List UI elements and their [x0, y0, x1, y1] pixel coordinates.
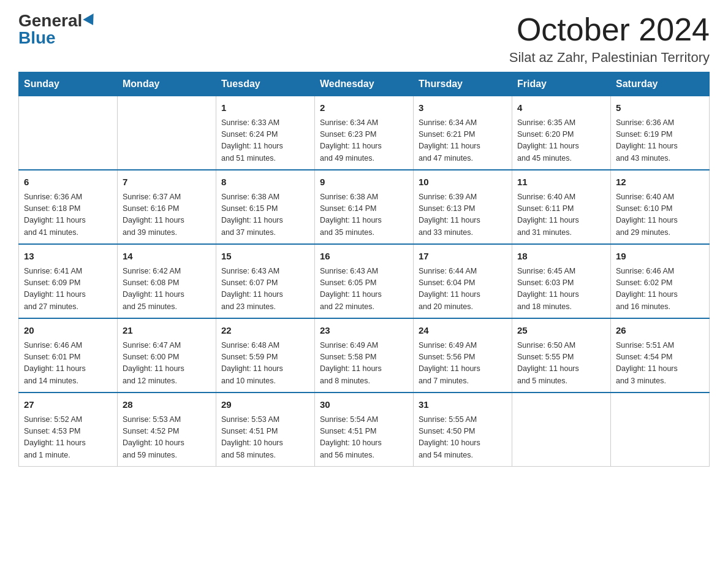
weekday-header-sunday: Sunday	[19, 72, 118, 96]
day-info: Sunrise: 6:44 AM Sunset: 6:04 PM Dayligh…	[419, 266, 507, 313]
calendar-cell: 5Sunrise: 6:36 AM Sunset: 6:19 PM Daylig…	[611, 96, 710, 170]
calendar-cell: 23Sunrise: 6:49 AM Sunset: 5:58 PM Dayli…	[315, 318, 414, 393]
day-info: Sunrise: 6:40 AM Sunset: 6:10 PM Dayligh…	[616, 191, 704, 239]
day-info: Sunrise: 6:35 AM Sunset: 6:20 PM Dayligh…	[517, 117, 605, 165]
day-info: Sunrise: 6:38 AM Sunset: 6:14 PM Dayligh…	[320, 191, 408, 239]
calendar-cell: 18Sunrise: 6:45 AM Sunset: 6:03 PM Dayli…	[512, 244, 611, 318]
day-info: Sunrise: 6:45 AM Sunset: 6:03 PM Dayligh…	[517, 266, 605, 313]
calendar-cell: 11Sunrise: 6:40 AM Sunset: 6:11 PM Dayli…	[512, 170, 611, 244]
calendar-cell: 14Sunrise: 6:42 AM Sunset: 6:08 PM Dayli…	[118, 244, 216, 318]
day-number: 13	[24, 250, 112, 264]
day-info: Sunrise: 5:52 AM Sunset: 4:53 PM Dayligh…	[24, 414, 112, 462]
weekday-header-wednesday: Wednesday	[315, 72, 414, 96]
day-number: 25	[517, 324, 605, 338]
calendar-cell: 15Sunrise: 6:43 AM Sunset: 6:07 PM Dayli…	[216, 244, 315, 318]
day-number: 12	[616, 175, 704, 190]
calendar-cell: 27Sunrise: 5:52 AM Sunset: 4:53 PM Dayli…	[19, 393, 118, 467]
calendar-cell: 30Sunrise: 5:54 AM Sunset: 4:51 PM Dayli…	[315, 393, 414, 467]
day-info: Sunrise: 6:41 AM Sunset: 6:09 PM Dayligh…	[24, 266, 112, 313]
calendar-cell: 17Sunrise: 6:44 AM Sunset: 6:04 PM Dayli…	[414, 244, 512, 318]
calendar-cell: 28Sunrise: 5:53 AM Sunset: 4:52 PM Dayli…	[118, 393, 216, 467]
day-info: Sunrise: 5:53 AM Sunset: 4:52 PM Dayligh…	[123, 414, 211, 462]
calendar-cell: 16Sunrise: 6:43 AM Sunset: 6:05 PM Dayli…	[315, 244, 414, 318]
day-number: 17	[419, 250, 507, 264]
week-row-2: 6Sunrise: 6:36 AM Sunset: 6:18 PM Daylig…	[19, 170, 710, 244]
calendar-cell: 22Sunrise: 6:48 AM Sunset: 5:59 PM Dayli…	[216, 318, 315, 393]
day-info: Sunrise: 6:43 AM Sunset: 6:05 PM Dayligh…	[320, 266, 408, 313]
day-number: 29	[221, 398, 309, 412]
weekday-header-monday: Monday	[118, 72, 216, 96]
calendar-cell: 24Sunrise: 6:49 AM Sunset: 5:56 PM Dayli…	[414, 318, 512, 393]
day-number: 5	[616, 101, 704, 115]
calendar-cell	[19, 96, 118, 170]
day-number: 3	[419, 101, 507, 115]
calendar-cell: 8Sunrise: 6:38 AM Sunset: 6:15 PM Daylig…	[216, 170, 315, 244]
day-info: Sunrise: 6:36 AM Sunset: 6:18 PM Dayligh…	[24, 191, 112, 239]
calendar-cell: 26Sunrise: 5:51 AM Sunset: 4:54 PM Dayli…	[611, 318, 710, 393]
day-number: 22	[221, 324, 309, 338]
calendar-cell: 20Sunrise: 6:46 AM Sunset: 6:01 PM Dayli…	[19, 318, 118, 393]
day-info: Sunrise: 5:54 AM Sunset: 4:51 PM Dayligh…	[320, 414, 408, 462]
header: General Blue October 2024 Silat az Zahr,…	[18, 12, 710, 66]
day-number: 14	[123, 250, 211, 264]
day-number: 16	[320, 250, 408, 264]
day-number: 2	[320, 101, 408, 115]
day-info: Sunrise: 6:33 AM Sunset: 6:24 PM Dayligh…	[221, 117, 309, 165]
day-number: 7	[123, 175, 211, 190]
day-info: Sunrise: 6:43 AM Sunset: 6:07 PM Dayligh…	[221, 266, 309, 313]
calendar-cell	[118, 96, 216, 170]
title-area: October 2024 Silat az Zahr, Palestinian …	[509, 12, 710, 66]
day-info: Sunrise: 6:47 AM Sunset: 6:00 PM Dayligh…	[123, 340, 211, 388]
day-number: 24	[419, 324, 507, 338]
day-info: Sunrise: 6:46 AM Sunset: 6:01 PM Dayligh…	[24, 340, 112, 388]
main-title: October 2024	[509, 12, 710, 47]
day-info: Sunrise: 6:50 AM Sunset: 5:55 PM Dayligh…	[517, 340, 605, 388]
calendar-cell: 2Sunrise: 6:34 AM Sunset: 6:23 PM Daylig…	[315, 96, 414, 170]
day-number: 28	[123, 398, 211, 412]
subtitle: Silat az Zahr, Palestinian Territory	[509, 50, 710, 66]
calendar-cell: 29Sunrise: 5:53 AM Sunset: 4:51 PM Dayli…	[216, 393, 315, 467]
day-info: Sunrise: 5:51 AM Sunset: 4:54 PM Dayligh…	[616, 340, 704, 388]
day-info: Sunrise: 6:34 AM Sunset: 6:23 PM Dayligh…	[320, 117, 408, 165]
day-info: Sunrise: 6:38 AM Sunset: 6:15 PM Dayligh…	[221, 191, 309, 239]
day-number: 18	[517, 250, 605, 264]
day-number: 30	[320, 398, 408, 412]
day-number: 1	[221, 101, 309, 115]
calendar-cell: 9Sunrise: 6:38 AM Sunset: 6:14 PM Daylig…	[315, 170, 414, 244]
logo-blue-text: Blue	[18, 29, 56, 47]
weekday-header-row: SundayMondayTuesdayWednesdayThursdayFrid…	[19, 72, 710, 96]
day-number: 23	[320, 324, 408, 338]
calendar-cell: 10Sunrise: 6:39 AM Sunset: 6:13 PM Dayli…	[414, 170, 512, 244]
calendar-cell	[512, 393, 611, 467]
calendar-cell: 19Sunrise: 6:46 AM Sunset: 6:02 PM Dayli…	[611, 244, 710, 318]
calendar-table: SundayMondayTuesdayWednesdayThursdayFrid…	[18, 72, 710, 467]
day-number: 8	[221, 175, 309, 190]
day-number: 4	[517, 101, 605, 115]
weekday-header-saturday: Saturday	[611, 72, 710, 96]
week-row-1: 1Sunrise: 6:33 AM Sunset: 6:24 PM Daylig…	[19, 96, 710, 170]
week-row-3: 13Sunrise: 6:41 AM Sunset: 6:09 PM Dayli…	[19, 244, 710, 318]
day-info: Sunrise: 6:39 AM Sunset: 6:13 PM Dayligh…	[419, 191, 507, 239]
calendar-cell: 31Sunrise: 5:55 AM Sunset: 4:50 PM Dayli…	[414, 393, 512, 467]
day-number: 27	[24, 398, 112, 412]
calendar-cell: 3Sunrise: 6:34 AM Sunset: 6:21 PM Daylig…	[414, 96, 512, 170]
week-row-4: 20Sunrise: 6:46 AM Sunset: 6:01 PM Dayli…	[19, 318, 710, 393]
weekday-header-friday: Friday	[512, 72, 611, 96]
day-info: Sunrise: 6:48 AM Sunset: 5:59 PM Dayligh…	[221, 340, 309, 388]
logo-general-text: General	[18, 12, 82, 29]
day-info: Sunrise: 6:49 AM Sunset: 5:56 PM Dayligh…	[419, 340, 507, 388]
day-info: Sunrise: 6:42 AM Sunset: 6:08 PM Dayligh…	[123, 266, 211, 313]
logo-triangle-icon	[83, 13, 99, 28]
calendar-cell: 25Sunrise: 6:50 AM Sunset: 5:55 PM Dayli…	[512, 318, 611, 393]
calendar-cell: 7Sunrise: 6:37 AM Sunset: 6:16 PM Daylig…	[118, 170, 216, 244]
day-number: 11	[517, 175, 605, 190]
day-number: 26	[616, 324, 704, 338]
calendar-cell: 6Sunrise: 6:36 AM Sunset: 6:18 PM Daylig…	[19, 170, 118, 244]
day-info: Sunrise: 5:53 AM Sunset: 4:51 PM Dayligh…	[221, 414, 309, 462]
day-info: Sunrise: 6:37 AM Sunset: 6:16 PM Dayligh…	[123, 191, 211, 239]
weekday-header-tuesday: Tuesday	[216, 72, 315, 96]
day-number: 9	[320, 175, 408, 190]
weekday-header-thursday: Thursday	[414, 72, 512, 96]
calendar-cell: 12Sunrise: 6:40 AM Sunset: 6:10 PM Dayli…	[611, 170, 710, 244]
calendar-cell: 4Sunrise: 6:35 AM Sunset: 6:20 PM Daylig…	[512, 96, 611, 170]
